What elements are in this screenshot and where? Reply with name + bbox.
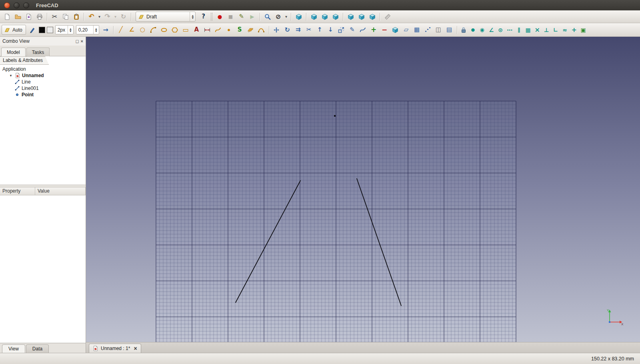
redo-button[interactable]: ↷ <box>102 12 113 22</box>
text-button[interactable]: A <box>191 25 202 35</box>
move-button[interactable] <box>271 25 282 35</box>
draw-style-dropdown-button[interactable]: ▾ <box>284 12 289 22</box>
clone-button[interactable]: ◫ <box>433 25 444 35</box>
whats-this-button[interactable]: ? <box>198 12 209 22</box>
bezier-button[interactable] <box>256 25 267 35</box>
text-scale-spinner[interactable]: 0,20 ▲▼ <box>76 25 99 34</box>
redo-dropdown-button[interactable]: ▾ <box>113 12 118 22</box>
tree-item-unnamed[interactable]: ▾Unnamed <box>0 72 86 79</box>
construction-mode-button[interactable] <box>27 25 38 35</box>
ellipse-button[interactable] <box>159 25 170 35</box>
apply-style-button[interactable]: → <box>100 25 111 35</box>
snap-grid-button[interactable]: ▦ <box>524 25 533 35</box>
spinner-steppers-icon[interactable]: ▲▼ <box>68 26 73 34</box>
tab-tasks[interactable]: Tasks <box>26 48 50 56</box>
document-tab[interactable]: Unnamed : 1* × <box>89 344 141 353</box>
bottom-view-button[interactable] <box>356 12 367 22</box>
rotate-button[interactable]: ↻ <box>282 25 293 35</box>
cut-button[interactable]: ✂ <box>49 12 60 22</box>
scale-button[interactable] <box>336 25 347 35</box>
front-view-button[interactable] <box>308 12 319 22</box>
snap-ortho-button[interactable]: ∟ <box>551 25 560 35</box>
snap-extension-button[interactable]: ⋯ <box>505 25 514 35</box>
working-plane-button[interactable]: Auto <box>2 25 26 35</box>
panel-splitter[interactable] <box>0 185 86 187</box>
snap-perpendicular-button[interactable]: ⊥ <box>542 25 551 35</box>
macro-edit-button[interactable]: ✎ <box>236 12 247 22</box>
line-color-swatch[interactable] <box>39 27 45 33</box>
arc-button[interactable] <box>148 25 159 35</box>
macro-record-button[interactable]: ● <box>214 12 225 22</box>
left-view-button[interactable] <box>367 12 378 22</box>
snap-endpoint-button[interactable]: ● <box>468 25 478 35</box>
close-window-button[interactable] <box>4 2 10 8</box>
offset-button[interactable]: ⇉ <box>293 25 304 35</box>
tree-item-application[interactable]: Application <box>0 66 86 72</box>
trimex-button[interactable]: ✂ <box>304 25 314 35</box>
tree-item-line001[interactable]: Line001 <box>0 85 86 91</box>
maximize-window-button[interactable] <box>23 2 29 8</box>
top-view-button[interactable] <box>319 12 330 22</box>
save-document-button[interactable] <box>23 12 34 22</box>
minimize-window-button[interactable] <box>14 2 20 8</box>
shape-2d-view-button[interactable] <box>390 25 401 35</box>
paste-button[interactable] <box>71 12 82 22</box>
print-button[interactable] <box>34 12 45 22</box>
3d-viewport[interactable]: Y X <box>86 37 640 342</box>
rear-view-button[interactable] <box>345 12 356 22</box>
float-panel-icon[interactable]: ◻ <box>75 39 79 44</box>
refresh-button[interactable]: ↻ <box>118 12 129 22</box>
workbench-selector[interactable]: Draft ▲▼ <box>136 12 196 22</box>
expander-icon[interactable]: ▾ <box>8 74 13 78</box>
draw-style-button[interactable]: ⊘ <box>273 12 284 22</box>
snap-lock-button[interactable] <box>459 25 468 35</box>
snap-special-button[interactable]: + <box>570 25 579 35</box>
new-document-button[interactable] <box>2 12 12 22</box>
draft-to-sketch-button[interactable]: ▱ <box>401 25 412 35</box>
circle-button[interactable]: ○ <box>137 25 148 35</box>
snap-midpoint-button[interactable]: ◉ <box>478 25 487 35</box>
value-column-header[interactable]: Value <box>35 187 86 195</box>
line-width-spinner[interactable]: 2px ▲▼ <box>55 25 74 34</box>
macro-play-button[interactable]: ▶ <box>247 12 258 22</box>
close-tab-icon[interactable]: × <box>134 346 137 351</box>
macro-stop-button[interactable]: ■ <box>225 12 236 22</box>
wire-to-bspline-button[interactable] <box>358 25 368 35</box>
snap-parallel-button[interactable]: ∥ <box>514 25 524 35</box>
open-document-button[interactable] <box>12 12 23 22</box>
array-button[interactable]: ▦ <box>412 25 422 35</box>
snap-working-plane-button[interactable]: ▣ <box>579 25 588 35</box>
snap-near-button[interactable]: ≈ <box>560 25 570 35</box>
fit-all-button[interactable] <box>262 12 273 22</box>
wire-button[interactable]: ∠ <box>126 25 137 35</box>
measure-distance-button[interactable] <box>382 12 393 22</box>
bspline-button[interactable] <box>213 25 224 35</box>
drawing-view-button[interactable]: ▤ <box>444 25 455 35</box>
undo-dropdown-button[interactable]: ▾ <box>97 12 102 22</box>
tree-item-point[interactable]: Point <box>0 91 86 98</box>
snap-center-button[interactable]: ⊙ <box>496 25 505 35</box>
close-panel-icon[interactable]: × <box>81 39 83 44</box>
undo-button[interactable]: ↶ <box>86 12 97 22</box>
path-array-button[interactable]: ⋰ <box>422 25 433 35</box>
edit-button[interactable]: ✎ <box>347 25 358 35</box>
axonometric-view-button[interactable] <box>293 12 304 22</box>
facebinder-button[interactable] <box>245 25 256 35</box>
point-button[interactable]: • <box>224 25 234 35</box>
delete-point-button[interactable]: − <box>379 25 390 35</box>
property-column-header[interactable]: Property <box>0 187 35 195</box>
rectangle-button[interactable]: ▭ <box>180 25 191 35</box>
tab-model[interactable]: Model <box>1 48 26 56</box>
polygon-button[interactable] <box>170 25 180 35</box>
snap-angle-button[interactable]: ∠ <box>487 25 496 35</box>
add-point-button[interactable]: + <box>368 25 379 35</box>
face-color-swatch[interactable] <box>47 27 53 33</box>
right-view-button[interactable] <box>330 12 341 22</box>
tab-view[interactable]: View <box>2 344 25 353</box>
tab-data[interactable]: Data <box>26 344 49 353</box>
upgrade-button[interactable]: ↑ <box>314 25 325 35</box>
copy-button[interactable] <box>60 12 71 22</box>
dimension-button[interactable] <box>202 25 213 35</box>
line-button[interactable]: ╱ <box>116 25 126 35</box>
spinner-steppers-icon[interactable]: ▲▼ <box>93 26 99 34</box>
